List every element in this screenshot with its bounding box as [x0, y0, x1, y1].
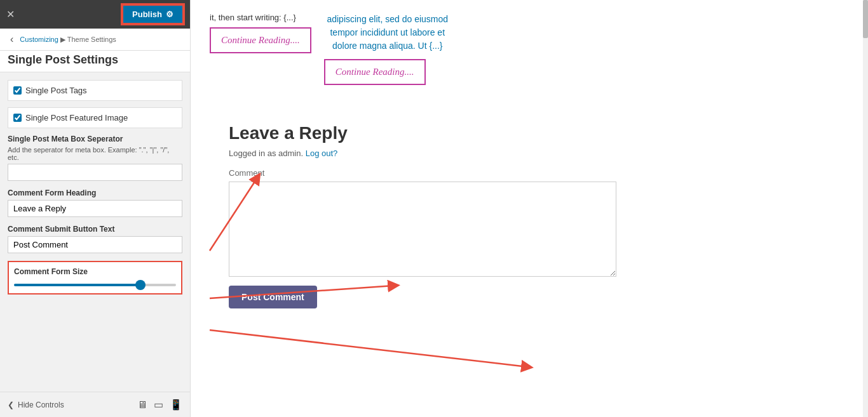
- meta-box-label: Single Post Meta Box Seperator: [8, 135, 182, 143]
- desktop-view-button[interactable]: 🖥: [137, 399, 147, 411]
- single-post-tags-row: Single Post Tags: [8, 80, 182, 101]
- comment-form-size-slider[interactable]: [14, 284, 176, 286]
- card2-text: adipiscing elit, sed do eiusmod tempor i…: [324, 13, 451, 53]
- comment-form-heading-section: Comment Form Heading: [8, 189, 182, 217]
- comment-submit-input[interactable]: [8, 236, 182, 253]
- card1-text: it, then start writing: {...}: [210, 13, 311, 22]
- preview-content: it, then start writing: {...} Continue R…: [191, 0, 868, 334]
- comment-form-size-label: Comment Form Size: [14, 267, 176, 276]
- publish-label: Publish: [132, 10, 162, 19]
- meta-box-desc: Add the seperator for meta box. Example:…: [8, 146, 182, 161]
- single-post-tags-checkbox[interactable]: [13, 86, 22, 95]
- single-post-featured-image-row: Single Post Featured Image: [8, 107, 182, 128]
- gear-icon: ⚙: [166, 10, 173, 19]
- single-post-tags-label[interactable]: Single Post Tags: [25, 86, 87, 95]
- card1: it, then start writing: {...} Continue R…: [210, 13, 311, 85]
- publish-button[interactable]: Publish ⚙: [122, 4, 184, 24]
- post-comment-button[interactable]: Post Comment: [229, 286, 317, 308]
- single-post-featured-image-checkbox[interactable]: [13, 114, 22, 122]
- logged-in-text: Logged in as admin. Log out?: [229, 149, 635, 158]
- right-panel: it, then start writing: {...} Continue R…: [191, 0, 868, 417]
- close-button[interactable]: ✕: [6, 8, 15, 20]
- comment-form-size-section: Comment Form Size: [8, 261, 182, 295]
- card2: adipiscing elit, sed do eiusmod tempor i…: [324, 13, 451, 85]
- continue-reading-btn-1[interactable]: Continue Reading....: [210, 27, 311, 53]
- continue-reading-cards: it, then start writing: {...} Continue R…: [210, 13, 849, 85]
- comment-textarea[interactable]: [229, 182, 616, 277]
- left-panel: ✕ Publish ⚙ ‹ Customizing ▶ Theme Settin…: [0, 0, 191, 417]
- svg-line-2: [210, 330, 527, 367]
- comment-section: Leave a Reply Logged in as admin. Log ou…: [210, 110, 654, 321]
- comment-form-heading-label: Comment Form Heading: [8, 189, 182, 197]
- single-post-featured-image-label[interactable]: Single Post Featured Image: [25, 113, 128, 122]
- scrollbar-thumb[interactable]: [863, 0, 868, 38]
- meta-box-section: Single Post Meta Box Seperator Add the s…: [8, 135, 182, 181]
- bottom-bar: ❮ Hide Controls 🖥 ▭ 📱: [0, 392, 190, 417]
- breadcrumb-bar: ‹ Customizing ▶ Theme Settings: [0, 29, 190, 51]
- comment-form-heading-input[interactable]: [8, 200, 182, 217]
- comment-submit-label: Comment Submit Button Text: [8, 225, 182, 234]
- continue-reading-btn-2[interactable]: Continue Reading....: [324, 59, 426, 85]
- view-icons: 🖥 ▭ 📱: [137, 399, 182, 411]
- comment-label: Comment: [229, 168, 635, 178]
- mobile-icon: 📱: [170, 399, 182, 410]
- customizing-link[interactable]: Customizing: [20, 36, 58, 43]
- top-bar: ✕ Publish ⚙: [0, 0, 190, 29]
- logout-link[interactable]: Log out?: [306, 149, 338, 158]
- page-title: Single Post Settings: [0, 51, 190, 72]
- breadcrumb: Customizing ▶ Theme Settings: [20, 36, 116, 44]
- hide-controls-chevron: ❮: [8, 400, 14, 409]
- hide-controls-button[interactable]: ❮ Hide Controls: [8, 400, 64, 409]
- hide-controls-label: Hide Controls: [18, 400, 64, 409]
- tablet-view-button[interactable]: ▭: [154, 399, 163, 411]
- leave-reply-title: Leave a Reply: [229, 123, 635, 143]
- comment-submit-section: Comment Submit Button Text: [8, 225, 182, 253]
- scrollbar[interactable]: [863, 0, 868, 417]
- desktop-icon: 🖥: [137, 399, 147, 410]
- tablet-icon: ▭: [154, 399, 163, 410]
- theme-settings-link[interactable]: Theme Settings: [67, 36, 116, 43]
- back-button[interactable]: ‹: [8, 34, 16, 45]
- back-icon: ‹: [10, 34, 13, 44]
- breadcrumb-separator: ▶: [60, 36, 67, 43]
- mobile-view-button[interactable]: 📱: [170, 399, 182, 411]
- panel-content: Single Post Tags Single Post Featured Im…: [0, 72, 190, 392]
- meta-box-input[interactable]: [8, 164, 182, 181]
